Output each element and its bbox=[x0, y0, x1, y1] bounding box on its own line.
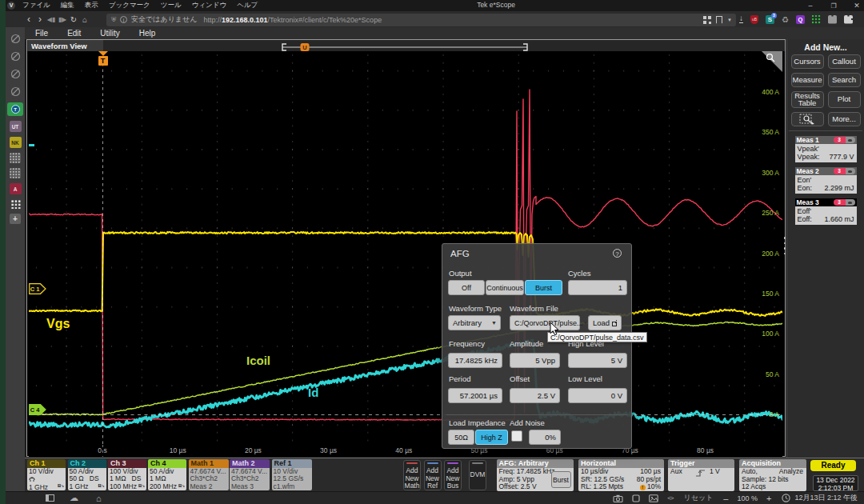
rewind-icon[interactable]: ◀▮ bbox=[46, 16, 57, 23]
cycles-field[interactable]: 1 bbox=[568, 280, 627, 295]
add-results-table-button[interactable]: ResultsTable bbox=[791, 91, 824, 108]
period-field[interactable]: 57.2001 µs bbox=[448, 388, 502, 403]
web-panel-4[interactable] bbox=[9, 85, 22, 98]
minimize-button[interactable]: – bbox=[806, 2, 814, 10]
dropdown-caret-icon[interactable]: ▼ bbox=[727, 18, 732, 22]
add-noise-checkbox[interactable] bbox=[511, 430, 522, 442]
meas-tile-2[interactable]: Meas 23Eon'Eon:2.299 mJ bbox=[795, 167, 857, 194]
output-off[interactable]: Off bbox=[448, 280, 485, 295]
dvm-button[interactable]: DVM bbox=[469, 460, 486, 490]
add-plot-button[interactable]: Plot bbox=[828, 91, 861, 108]
waveform-grid[interactable]: VgsIcoilId TC 1C 4 400 A350 A300 A250 A2… bbox=[29, 51, 782, 445]
meas-tile-1[interactable]: Meas 13Vpeak'Vpeak:777.9 V bbox=[795, 136, 857, 162]
web-panel-3[interactable] bbox=[9, 67, 22, 80]
menu-item-0[interactable]: ファイル bbox=[22, 1, 50, 10]
meas-tile-3[interactable]: Meas 33Eoff'Eoff:1.660 mJ bbox=[795, 198, 857, 225]
acquisition-badge[interactable]: Acquisition Auto,Analyze Sample: 12 bits… bbox=[739, 459, 806, 491]
horizontal-badge[interactable]: Horizontal 10 µs/div100 µsSR: 12.5 GS/s8… bbox=[578, 459, 664, 491]
badge-ch4[interactable]: Ch 450 A/div1 MΩ200 MHzB↘ bbox=[148, 459, 186, 490]
menu-item-3[interactable]: ブックマーク bbox=[109, 1, 150, 10]
trigger-flag[interactable]: T bbox=[98, 56, 108, 66]
panel-a[interactable]: A bbox=[10, 183, 22, 194]
status-clock[interactable]: 12月13日 2:12 午後 bbox=[794, 493, 858, 503]
ch1-position-flag[interactable]: C 1 bbox=[29, 283, 46, 294]
shield-icon[interactable]: ⛨ bbox=[111, 16, 116, 24]
fast-forward-icon[interactable]: ▮▶ bbox=[57, 16, 68, 23]
afg-burst-button[interactable]: Burst bbox=[551, 471, 571, 488]
panel-grid[interactable] bbox=[10, 199, 21, 209]
add-measure-button[interactable]: Measure bbox=[791, 73, 824, 87]
images-toggle-icon[interactable] bbox=[649, 494, 658, 502]
zoom-in-button[interactable]: + bbox=[766, 494, 771, 503]
menu-item-4[interactable]: ツール bbox=[161, 1, 182, 10]
zoom-corner-icon[interactable] bbox=[762, 51, 782, 72]
clock-icon[interactable] bbox=[782, 494, 790, 502]
badge-ch3[interactable]: Ch 3100 V/div1 MΩ DS100 MHzB↘ bbox=[108, 459, 146, 490]
low-level-field[interactable]: 0 V bbox=[568, 388, 627, 403]
noise-percent-field[interactable]: 0% bbox=[529, 430, 561, 445]
zoom-select-button[interactable] bbox=[791, 112, 824, 126]
qr-code-icon[interactable] bbox=[703, 16, 711, 24]
acquisition-overview-bar[interactable]: U bbox=[280, 43, 530, 51]
panel-qr-1[interactable] bbox=[10, 153, 21, 163]
page-home-icon[interactable]: ⌂ bbox=[96, 494, 102, 503]
office-ext-icon[interactable]: Q bbox=[796, 15, 805, 24]
impedance-high-z[interactable]: High Z bbox=[475, 430, 508, 445]
add-new-ref-button[interactable]: AddNewRef bbox=[424, 460, 442, 490]
scope-menu-utility[interactable]: Utility bbox=[100, 29, 119, 38]
bookmark-icon[interactable] bbox=[716, 16, 722, 24]
menu-item-5[interactable]: ウィンドウ bbox=[192, 1, 227, 10]
add-new-math-button[interactable]: AddNewMath bbox=[403, 460, 421, 490]
vivaldi-logo-icon[interactable]: V bbox=[7, 2, 15, 10]
back-icon[interactable]: ‹ bbox=[23, 14, 34, 25]
address-bar[interactable]: ⛨ i 安全ではありません http://192.168.0.101/Tektr… bbox=[106, 14, 736, 26]
scope-menu-file[interactable]: File bbox=[35, 29, 48, 38]
output-continuous[interactable]: Continuous bbox=[486, 280, 524, 295]
web-panel-2[interactable] bbox=[9, 50, 22, 62]
impedance-50ω[interactable]: 50Ω bbox=[448, 430, 474, 445]
scope-menu-edit[interactable]: Edit bbox=[67, 29, 81, 38]
output-burst[interactable]: Burst bbox=[525, 280, 562, 295]
badge-ref1[interactable]: Ref 110 V/div12.5 GS/sc1.wfm bbox=[272, 459, 312, 490]
panel-qr-2[interactable] bbox=[10, 168, 21, 178]
tiling-icon[interactable] bbox=[632, 494, 640, 502]
help-icon[interactable]: ? bbox=[613, 249, 622, 258]
home-icon[interactable]: ⌂ bbox=[79, 15, 90, 24]
maximize-button[interactable]: ❐ bbox=[830, 2, 838, 10]
forward-icon[interactable]: › bbox=[34, 14, 46, 25]
zoom-out-button[interactable]: – bbox=[723, 494, 728, 503]
grid-ext-icon[interactable] bbox=[812, 15, 821, 24]
download-icon[interactable]: ↓ bbox=[739, 15, 743, 23]
add-callout-button[interactable]: Callout bbox=[828, 54, 861, 69]
badge-math2[interactable]: Math 247.6674 V...Ch3*Ch2Meas 3 bbox=[230, 459, 270, 490]
extensions-puzzle-icon[interactable] bbox=[844, 15, 853, 24]
puzzle-blue-ext-icon[interactable] bbox=[828, 15, 837, 24]
page-actions-icon[interactable]: <> bbox=[667, 494, 673, 502]
ch4-position-flag[interactable]: C 4 bbox=[29, 404, 46, 415]
add-search-button[interactable]: Search bbox=[828, 73, 861, 87]
panel-toggle-icon[interactable] bbox=[46, 494, 54, 502]
more-button[interactable]: More... bbox=[828, 112, 861, 126]
tab-waveform-view[interactable]: Waveform View bbox=[28, 40, 103, 51]
badge-ch2[interactable]: Ch 250 A/div50 Ω DS1 GHzB↘ bbox=[68, 459, 106, 490]
recycle-ext-icon[interactable]: ♻ bbox=[782, 15, 789, 24]
menu-item-2[interactable]: 表示 bbox=[85, 1, 98, 10]
scope-menu-help[interactable]: Help bbox=[139, 29, 156, 38]
ublock-icon[interactable]: uB bbox=[750, 15, 758, 24]
add-new-bus-button[interactable]: AddNewBus bbox=[444, 460, 462, 490]
menu-item-6[interactable]: ヘルプ bbox=[237, 1, 258, 10]
web-panel-1[interactable] bbox=[9, 32, 22, 45]
badge-ch1[interactable]: Ch 110 V/div1 GHzB↘ bbox=[27, 459, 66, 490]
sync-cloud-icon[interactable]: ☁ bbox=[70, 493, 78, 503]
trigger-badge[interactable]: Trigger Aux 1 V bbox=[668, 459, 734, 491]
amplitude-field[interactable]: 5 Vpp bbox=[510, 353, 560, 368]
load-button[interactable]: Load bbox=[588, 315, 622, 330]
waveform-type-dropdown[interactable]: Arbitrary▼ bbox=[448, 315, 501, 330]
offset-field[interactable]: 2.5 V bbox=[510, 388, 560, 403]
info-icon[interactable]: i bbox=[120, 16, 127, 23]
menu-item-1[interactable]: 編集 bbox=[61, 1, 74, 10]
afg-badge[interactable]: AFG: Arbitrary Freq: 17.4825 kHz Amp: 5 … bbox=[497, 459, 574, 491]
waveform-file-dropdown[interactable]: C:/QorvoDPT/pulse...▼ bbox=[510, 315, 580, 330]
session-ext-icon[interactable]: S3 bbox=[766, 15, 774, 24]
zoom-reset-button[interactable]: リセット bbox=[684, 493, 714, 503]
